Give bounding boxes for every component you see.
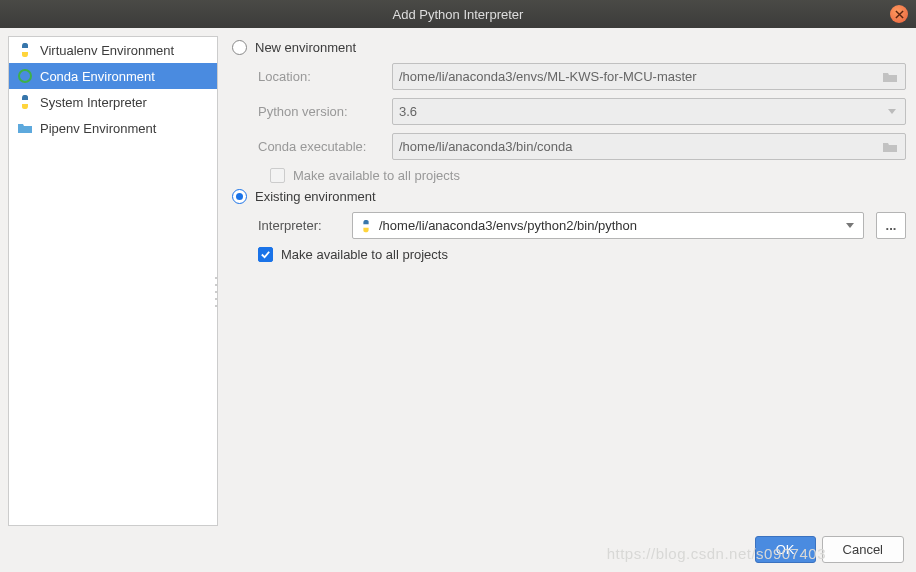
conda-exec-label: Conda executable: [258, 139, 384, 154]
interpreter-label: Interpreter: [258, 218, 344, 233]
sidebar-item-label: System Interpreter [40, 95, 147, 110]
resize-handle[interactable] [215, 277, 220, 307]
svg-point-0 [19, 70, 31, 82]
python-version-input [399, 104, 885, 119]
browse-button[interactable]: ... [876, 212, 906, 239]
location-field [392, 63, 906, 90]
available-all-checkbox-existing[interactable] [258, 247, 273, 262]
location-input [399, 69, 881, 84]
conda-icon [17, 68, 33, 84]
folder-icon [881, 71, 899, 83]
sidebar-item-label: Virtualenv Environment [40, 43, 174, 58]
folder-icon [17, 120, 33, 136]
footer: https://blog.csdn.net/s0907403 OK Cancel [0, 526, 916, 572]
existing-environment-label: Existing environment [255, 189, 376, 204]
interpreter-field[interactable] [352, 212, 864, 239]
sidebar-item-label: Conda Environment [40, 69, 155, 84]
existing-environment-section: Interpreter: ... Make available to all p… [258, 212, 906, 262]
conda-exec-field [392, 133, 906, 160]
existing-environment-radio-row[interactable]: Existing environment [232, 189, 906, 204]
folder-icon [881, 141, 899, 153]
ok-button[interactable]: OK [755, 536, 816, 563]
window-title: Add Python Interpreter [393, 7, 524, 22]
interpreter-input[interactable] [379, 218, 843, 233]
python-version-field [392, 98, 906, 125]
python-icon [17, 94, 33, 110]
new-environment-radio-row[interactable]: New environment [232, 40, 906, 55]
chevron-down-icon [885, 109, 899, 114]
python-icon [359, 219, 373, 233]
radio-new-environment[interactable] [232, 40, 247, 55]
location-label: Location: [258, 69, 384, 84]
new-environment-label: New environment [255, 40, 356, 55]
sidebar-item-label: Pipenv Environment [40, 121, 156, 136]
sidebar-item-system[interactable]: System Interpreter [9, 89, 217, 115]
chevron-down-icon[interactable] [843, 223, 857, 228]
available-all-label-new: Make available to all projects [293, 168, 460, 183]
cancel-button[interactable]: Cancel [822, 536, 904, 563]
radio-existing-environment[interactable] [232, 189, 247, 204]
python-version-label: Python version: [258, 104, 384, 119]
python-icon [17, 42, 33, 58]
available-all-checkbox-new [270, 168, 285, 183]
available-all-label-existing: Make available to all projects [281, 247, 448, 262]
sidebar: Virtualenv Environment Conda Environment… [8, 36, 218, 526]
new-environment-section: Location: Python version: Conda executab… [258, 63, 906, 183]
sidebar-item-conda[interactable]: Conda Environment [9, 63, 217, 89]
titlebar: Add Python Interpreter [0, 0, 916, 28]
main-panel: New environment Location: Python version… [218, 28, 916, 526]
sidebar-item-virtualenv[interactable]: Virtualenv Environment [9, 37, 217, 63]
sidebar-item-pipenv[interactable]: Pipenv Environment [9, 115, 217, 141]
close-icon[interactable] [890, 5, 908, 23]
conda-exec-input [399, 139, 881, 154]
